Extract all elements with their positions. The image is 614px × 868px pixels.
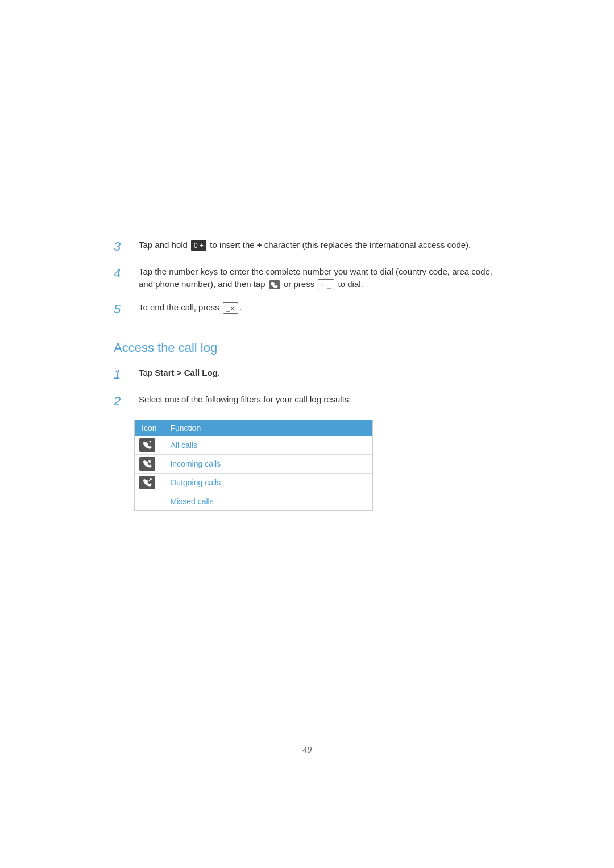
outgoing-calls-svg xyxy=(142,477,152,488)
incoming-calls-svg xyxy=(142,459,152,469)
step-5: 5 To end the call, press ⎯⨯. xyxy=(114,301,500,318)
icon-cell-incoming xyxy=(135,455,163,474)
key-badge-0: 0 + xyxy=(191,240,206,251)
table-row: Incoming calls xyxy=(135,455,372,474)
section-step-number-1: 1 xyxy=(114,367,134,383)
table-row: Outgoing calls xyxy=(135,474,372,492)
all-calls-label: All calls xyxy=(163,436,372,455)
icon-cell-missed xyxy=(135,492,163,511)
table-row: All calls xyxy=(135,436,372,455)
table-row: Missed calls xyxy=(135,492,372,511)
call-log-table: Icon Function xyxy=(134,420,373,511)
step-number-3: 3 xyxy=(114,239,134,255)
step-number-5: 5 xyxy=(114,301,134,318)
all-calls-icon xyxy=(139,438,155,452)
outgoing-calls-label: Outgoing calls xyxy=(163,474,372,492)
step-4: 4 Tap the number keys to enter the compl… xyxy=(114,265,500,291)
page-container: 3 Tap and hold 0 + to insert the + chara… xyxy=(0,0,614,868)
section-step-2: 2 Select one of the following filters fo… xyxy=(114,393,500,410)
step-3: 3 Tap and hold 0 + to insert the + chara… xyxy=(114,239,500,255)
table-header-row: Icon Function xyxy=(135,420,372,436)
incoming-calls-label: Incoming calls xyxy=(163,455,372,474)
end-key: ⎯⨯ xyxy=(223,302,238,314)
send-key: ←⎯ xyxy=(318,279,334,290)
section-title: Access the call log xyxy=(114,340,500,355)
section-step-text-2: Select one of the following filters for … xyxy=(139,393,500,406)
all-calls-svg xyxy=(142,440,152,450)
section-step-text-1: Tap Start > Call Log. xyxy=(139,367,500,380)
section-divider xyxy=(114,331,500,331)
col-header-function: Function xyxy=(163,420,372,436)
step-text-4: Tap the number keys to enter the complet… xyxy=(139,265,500,291)
step-number-4: 4 xyxy=(114,265,134,282)
section-step-1: 1 Tap Start > Call Log. xyxy=(114,367,500,383)
outgoing-calls-icon xyxy=(139,476,155,489)
page-number: 49 xyxy=(302,745,312,754)
icon-cell-outgoing xyxy=(135,474,163,492)
col-header-icon: Icon xyxy=(135,420,163,436)
icon-cell-all xyxy=(135,436,163,455)
section-step-number-2: 2 xyxy=(114,393,134,410)
step-text-5: To end the call, press ⎯⨯. xyxy=(139,301,500,314)
missed-calls-icon xyxy=(139,495,155,508)
content-area: 3 Tap and hold 0 + to insert the + chara… xyxy=(114,239,500,511)
incoming-calls-icon xyxy=(139,457,155,471)
step-text-3: Tap and hold 0 + to insert the + charact… xyxy=(139,239,500,252)
missed-calls-label: Missed calls xyxy=(163,492,372,511)
